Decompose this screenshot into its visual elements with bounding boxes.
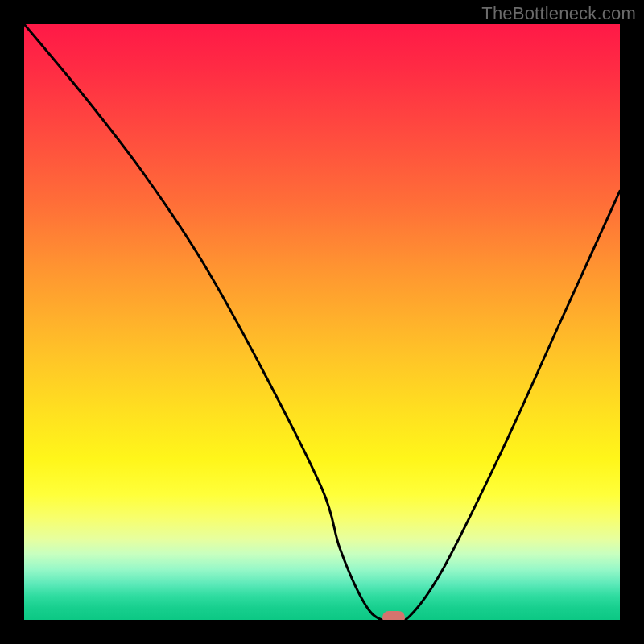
plot-area xyxy=(24,24,620,620)
optimal-marker xyxy=(382,611,405,620)
chart-frame: TheBottleneck.com xyxy=(0,0,644,644)
bottleneck-curve xyxy=(24,24,620,620)
watermark-text: TheBottleneck.com xyxy=(481,3,636,24)
